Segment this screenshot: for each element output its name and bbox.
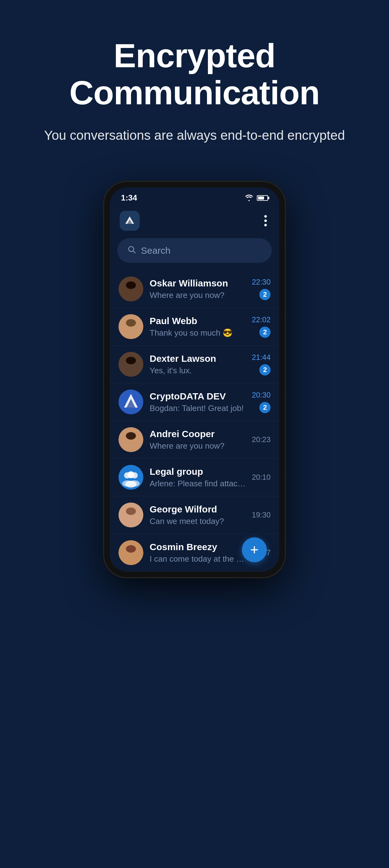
conv-name: Dexter Lawson <box>149 353 246 364</box>
conv-time: 22:02 <box>252 315 271 324</box>
hero-section: Encrypted Communication You conversation… <box>0 0 389 163</box>
conv-content: Paul WebbThank you so much 😎 <box>149 316 246 338</box>
svg-point-12 <box>126 357 136 364</box>
logo-icon <box>124 215 135 226</box>
status-time: 1:34 <box>121 193 137 203</box>
conv-name: Cosmin Breezy <box>149 542 246 552</box>
hero-subtitle: You conversations are always end-to-end … <box>25 126 364 145</box>
menu-button[interactable] <box>262 213 269 229</box>
search-bar[interactable]: Search <box>117 238 272 263</box>
avatar <box>118 276 143 301</box>
conv-time: 19:30 <box>252 510 271 519</box>
conversation-item[interactable]: Dexter LawsonYes, it's lux.21:442 <box>110 346 279 383</box>
svg-point-17 <box>126 432 136 440</box>
conv-time: 20:23 <box>252 435 271 444</box>
conv-content: George WilfordCan we meet today? <box>149 504 246 526</box>
conv-name: George Wilford <box>149 504 246 515</box>
conv-meta: 19:30 <box>252 510 271 519</box>
conversation-item[interactable]: George WilfordCan we meet today?19:30 <box>110 496 279 534</box>
conversation-item[interactable]: Legal groupArlene: Please find attached … <box>110 459 279 496</box>
avatar <box>118 502 143 527</box>
svg-line-1 <box>133 251 135 253</box>
conv-preview: Bogdan: Talent! Great job! <box>149 403 246 413</box>
svg-point-32 <box>126 545 136 553</box>
conv-name: Paul Webb <box>149 316 246 326</box>
unread-badge: 2 <box>259 327 271 338</box>
unread-badge: 2 <box>259 289 271 300</box>
svg-point-25 <box>125 481 137 488</box>
phone-screen: 1:34 <box>110 187 279 571</box>
app-header <box>110 206 279 238</box>
svg-point-8 <box>126 319 136 327</box>
conversation-item[interactable]: Paul WebbThank you so much 😎22:022 <box>110 308 279 346</box>
search-placeholder: Search <box>141 245 170 256</box>
conv-content: Dexter LawsonYes, it's lux. <box>149 353 246 375</box>
conv-meta: 21:442 <box>252 353 271 375</box>
app-logo[interactable] <box>120 211 140 231</box>
avatar <box>118 390 143 414</box>
conv-preview: Where are you now? <box>149 441 246 451</box>
conv-name: Oskar Williamson <box>149 278 246 289</box>
conversation-item[interactable]: Oskar WilliamsonWhere are you now?22:302 <box>110 270 279 308</box>
conversation-item[interactable]: Andrei CooperWhere are you now?20:23 <box>110 421 279 459</box>
unread-badge: 2 <box>259 402 271 413</box>
battery-icon <box>257 195 268 201</box>
menu-dot <box>264 215 267 218</box>
conv-preview: Where are you now? <box>149 290 246 300</box>
svg-point-4 <box>126 281 136 289</box>
menu-dot <box>264 224 267 226</box>
conv-time: 20:10 <box>252 473 271 482</box>
avatar <box>118 314 143 339</box>
avatar <box>118 465 143 490</box>
conv-meta: 22:302 <box>252 278 271 300</box>
conv-preview: Arlene: Please find attached 📎 <box>149 479 246 489</box>
phone-wrapper: 1:34 <box>0 163 389 577</box>
conv-time: 20:30 <box>252 391 271 399</box>
avatar <box>118 352 143 377</box>
conv-time: 22:30 <box>252 278 271 286</box>
conv-name: CryptoDATA DEV <box>149 391 246 402</box>
conversation-item[interactable]: CryptoDATA DEVBogdan: Talent! Great job!… <box>110 383 279 421</box>
avatar <box>118 540 143 565</box>
conv-preview: Can we meet today? <box>149 517 246 526</box>
wifi-icon <box>244 194 254 202</box>
conv-preview: I can come today at the meeting <box>149 554 246 564</box>
conv-preview: Thank you so much 😎 <box>149 328 246 338</box>
status-bar: 1:34 <box>110 187 279 206</box>
status-icons <box>244 194 268 202</box>
conv-name: Legal group <box>149 466 246 477</box>
conv-content: Oskar WilliamsonWhere are you now? <box>149 278 246 300</box>
conv-content: CryptoDATA DEVBogdan: Talent! Great job! <box>149 391 246 413</box>
menu-dot <box>264 219 267 222</box>
conv-meta: 20:23 <box>252 435 271 444</box>
conv-content: Legal groupArlene: Please find attached … <box>149 466 246 489</box>
conv-time: 21:44 <box>252 353 271 362</box>
avatar <box>118 427 143 452</box>
hero-title: Encrypted Communication <box>25 37 364 112</box>
conv-meta: 20:302 <box>252 391 271 413</box>
conv-content: Cosmin BreezyI can come today at the mee… <box>149 542 246 564</box>
search-icon <box>127 245 136 256</box>
conv-preview: Yes, it's lux. <box>149 366 246 375</box>
conversation-list: Oskar WilliamsonWhere are you now?22:302… <box>110 270 279 571</box>
new-message-button[interactable] <box>242 537 267 562</box>
conv-meta: 20:10 <box>252 473 271 482</box>
phone-device: 1:34 <box>104 182 285 577</box>
conv-meta: 22:022 <box>252 315 271 338</box>
svg-point-28 <box>126 507 136 515</box>
conv-name: Andrei Cooper <box>149 429 246 439</box>
unread-badge: 2 <box>259 364 271 375</box>
svg-point-22 <box>128 471 134 478</box>
conv-content: Andrei CooperWhere are you now? <box>149 429 246 451</box>
